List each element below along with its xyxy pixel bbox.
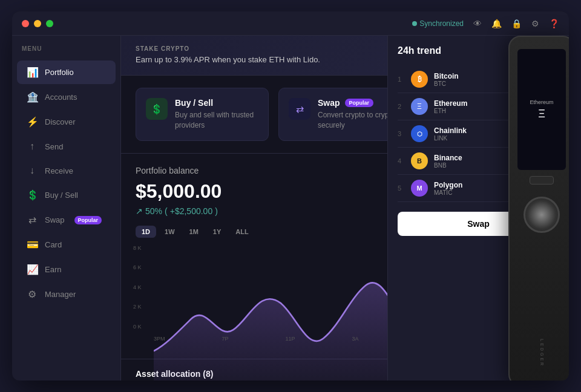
sidebar-item-label-portfolio: Portfolio — [45, 68, 74, 77]
buy-sell-card-title: Buy / Sell — [175, 98, 258, 108]
link-icon: ⬡ — [411, 125, 428, 142]
bnb-icon: B — [411, 152, 428, 169]
period-1d[interactable]: 1D — [136, 226, 156, 238]
ledger-device: Ethereum Ξ LEDGER — [508, 36, 569, 381]
sidebar-item-label-manager: Manager — [45, 290, 76, 299]
menu-label: MENU — [12, 45, 120, 59]
buy-sell-icon: 💲 — [27, 189, 38, 201]
title-bar: Synchronized 👁 🔔 🔒 ⚙ ❓ — [12, 11, 569, 36]
banner-line1: Earn up to 3.9% APR when you stake — [136, 55, 267, 64]
traffic-light-minimize[interactable] — [34, 20, 41, 27]
trend-rank-5: 5 — [398, 185, 405, 192]
sidebar-item-label-accounts: Accounts — [45, 93, 77, 102]
sidebar-item-portfolio[interactable]: 📊 Portfolio — [17, 60, 116, 84]
question-icon[interactable]: ❓ — [549, 19, 559, 28]
sidebar-item-discover[interactable]: ⚡ Discover — [17, 110, 116, 134]
sidebar-item-buy-sell[interactable]: 💲 Buy / Sell — [17, 183, 116, 207]
sync-dot — [412, 21, 417, 26]
sidebar-item-swap[interactable]: ⇄ Swap Popular — [17, 208, 116, 232]
buy-sell-card-subtitle: Buy and sell with trusted providers — [175, 110, 258, 131]
card-icon: 💳 — [27, 239, 38, 250]
sidebar-item-manager[interactable]: ⚙ Manager — [17, 283, 116, 306]
chart-y-labels: 8 K 6 K 4 K 2 K 0 K — [133, 245, 151, 330]
lock-icon[interactable]: 🔒 — [511, 19, 522, 28]
traffic-light-close[interactable] — [22, 20, 29, 27]
title-bar-right: Synchronized 👁 🔔 🔒 ⚙ ❓ — [412, 19, 559, 28]
sidebar-item-label-discover: Discover — [45, 117, 76, 126]
discover-icon: ⚡ — [27, 116, 38, 128]
buy-sell-card-icon: 💲 — [146, 98, 168, 120]
sync-status: Synchronized — [412, 19, 464, 28]
swap-popular-badge: Popular — [74, 216, 102, 224]
sidebar-item-label-buy-sell: Buy / Sell — [45, 191, 78, 200]
receive-icon: ↓ — [27, 165, 38, 176]
trend-rank-3: 3 — [398, 130, 405, 137]
sidebar-item-label-send: Send — [45, 142, 63, 151]
sidebar-item-receive[interactable]: ↓ Receive — [17, 159, 116, 182]
arrow-up-icon: ↗ — [136, 206, 143, 216]
trend-rank-1: 1 — [398, 76, 405, 83]
swap-card-icon: ⇄ — [289, 98, 310, 120]
ledger-screen: Ethereum Ξ — [517, 49, 566, 170]
gear-icon[interactable]: ⚙ — [531, 19, 539, 28]
matic-icon: M — [411, 180, 428, 197]
period-1m[interactable]: 1M — [183, 226, 205, 238]
period-1w[interactable]: 1W — [159, 226, 181, 238]
change-value: +$2,500.00 — [170, 206, 212, 216]
portfolio-icon: 📊 — [27, 67, 38, 78]
sidebar-item-label-card: Card — [45, 240, 62, 249]
sync-label: Synchronized — [419, 19, 464, 28]
buy-sell-card-body: Buy / Sell Buy and sell with trusted pro… — [175, 98, 258, 131]
swap-icon: ⇄ — [27, 214, 38, 226]
sidebar-item-label-receive: Receive — [45, 166, 73, 175]
swap-card-badge: Popular — [345, 99, 374, 107]
banner-line2: ETH with Lido. — [269, 55, 320, 64]
sidebar-item-earn[interactable]: 📈 Earn — [17, 258, 116, 281]
app-window: Synchronized 👁 🔔 🔒 ⚙ ❓ MENU 📊 Portfolio … — [12, 11, 569, 381]
trend-rank-4: 4 — [398, 157, 405, 165]
ledger-button-center[interactable] — [524, 197, 560, 233]
ledger-button-left[interactable] — [530, 176, 554, 185]
sidebar-item-send[interactable]: ↑ Send — [17, 135, 116, 158]
trend-rank-2: 2 — [398, 103, 405, 110]
sidebar: MENU 📊 Portfolio 🏦 Accounts ⚡ Discover ↑… — [12, 36, 121, 381]
eth-icon: Ξ — [411, 98, 428, 115]
bell-icon[interactable]: 🔔 — [491, 19, 502, 28]
btc-icon: ₿ — [411, 71, 428, 88]
sidebar-item-accounts[interactable]: 🏦 Accounts — [17, 85, 116, 109]
period-1y[interactable]: 1Y — [207, 226, 227, 238]
send-icon: ↑ — [27, 141, 38, 152]
change-percent: 50% — [145, 206, 162, 216]
change-amount: ( — [165, 206, 168, 216]
sidebar-item-label-earn: Earn — [45, 265, 61, 274]
sidebar-item-label-swap: Swap — [45, 215, 65, 224]
layout: MENU 📊 Portfolio 🏦 Accounts ⚡ Discover ↑… — [12, 36, 569, 381]
ledger-label: LEDGER — [540, 339, 544, 367]
period-all[interactable]: ALL — [229, 226, 254, 238]
manager-icon: ⚙ — [27, 289, 38, 300]
earn-icon: 📈 — [27, 264, 38, 275]
buy-sell-card[interactable]: 💲 Buy / Sell Buy and sell with trusted p… — [136, 88, 269, 141]
sidebar-item-card[interactable]: 💳 Card — [17, 233, 116, 256]
accounts-icon: 🏦 — [27, 91, 38, 103]
traffic-light-maximize[interactable] — [46, 20, 53, 27]
eye-icon[interactable]: 👁 — [473, 19, 482, 28]
